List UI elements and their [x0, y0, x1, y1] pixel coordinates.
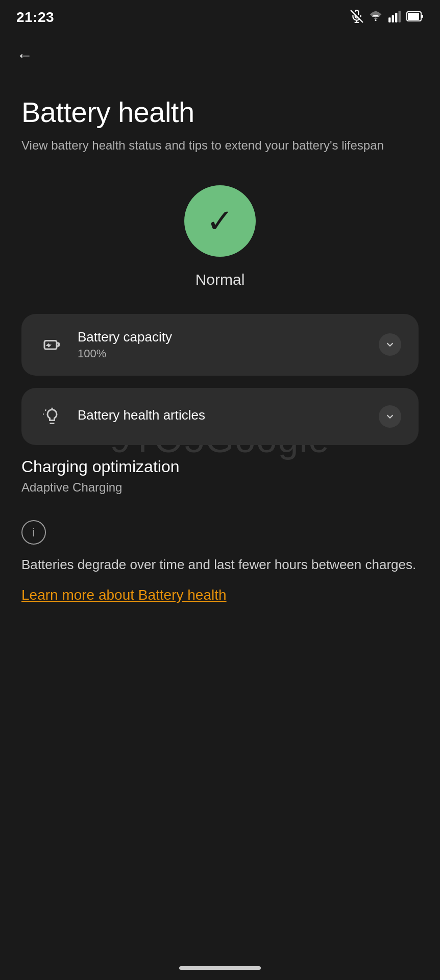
status-bar: 21:23: [0, 0, 440, 31]
svg-rect-4: [388, 17, 390, 22]
checkmark-icon: ✓: [206, 205, 234, 237]
signal-icon: [388, 10, 401, 26]
page-subtitle: View battery health status and tips to e…: [21, 137, 419, 155]
battery-articles-title: Battery health articles: [78, 407, 374, 423]
battery-status-label: Normal: [195, 271, 245, 288]
battery-charging-icon: [39, 331, 65, 358]
svg-rect-5: [392, 15, 394, 22]
home-indicator: [179, 966, 261, 970]
battery-capacity-value: 100%: [78, 347, 374, 360]
svg-rect-10: [421, 15, 423, 18]
svg-line-13: [45, 410, 46, 411]
battery-status-icon: [406, 11, 424, 24]
info-body-text: Batteries degrade over time and last few…: [21, 555, 419, 575]
status-time: 21:23: [16, 9, 54, 26]
battery-capacity-title: Battery capacity: [78, 329, 374, 345]
battery-status-indicator: ✓ Normal: [21, 185, 419, 288]
main-content: Battery health View battery health statu…: [0, 70, 440, 644]
info-icon: i: [21, 520, 46, 545]
back-button[interactable]: ←: [0, 36, 440, 70]
charging-optimization-section: Charging optimization Adaptive Charging: [21, 457, 419, 495]
charging-optimization-title: Charging optimization: [21, 457, 419, 476]
mute-icon: [350, 10, 363, 26]
battery-capacity-text: Battery capacity 100%: [78, 329, 374, 360]
wifi-icon: [369, 10, 383, 26]
battery-capacity-card[interactable]: Battery capacity 100%: [21, 314, 419, 376]
svg-rect-6: [395, 13, 397, 22]
battery-capacity-expand-button[interactable]: [379, 333, 401, 356]
svg-rect-9: [408, 13, 419, 20]
battery-articles-text: Battery health articles: [78, 407, 374, 425]
learn-more-link[interactable]: Learn more about Battery health: [21, 587, 227, 603]
charging-optimization-value: Adaptive Charging: [21, 480, 419, 495]
status-icons: [350, 10, 424, 26]
svg-rect-7: [399, 11, 401, 22]
battery-articles-card[interactable]: Battery health articles: [21, 388, 419, 445]
lightbulb-icon: [39, 403, 65, 430]
back-arrow-icon: ←: [16, 46, 33, 64]
info-section: i Batteries degrade over time and last f…: [21, 520, 419, 603]
battery-articles-expand-button[interactable]: [379, 405, 401, 428]
status-circle: ✓: [184, 185, 256, 257]
svg-point-3: [375, 19, 376, 20]
page-title: Battery health: [21, 95, 419, 129]
